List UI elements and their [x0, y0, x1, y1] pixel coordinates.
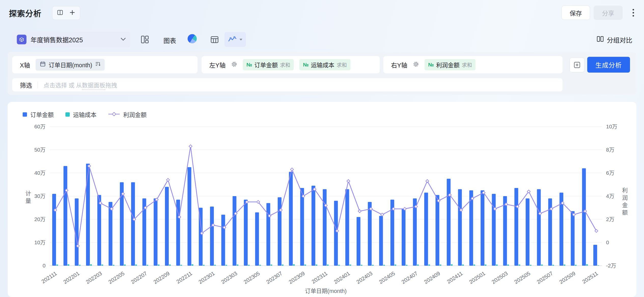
bar-order-amount[interactable]: [368, 202, 372, 266]
bar-shipping-cost[interactable]: [586, 264, 588, 266]
bar-shipping-cost[interactable]: [282, 265, 284, 266]
layout-view-icon[interactable]: [141, 35, 149, 45]
bar-shipping-cost[interactable]: [372, 265, 374, 266]
bar-order-amount[interactable]: [503, 196, 507, 266]
bar-shipping-cost[interactable]: [530, 265, 531, 266]
gear-icon[interactable]: [231, 61, 237, 68]
bar-shipping-cost[interactable]: [440, 265, 441, 266]
filter-row[interactable]: 筛选 点击选择 或 从数据面板拖拽: [12, 78, 563, 91]
bar-order-amount[interactable]: [312, 186, 315, 266]
bar-order-amount[interactable]: [52, 194, 56, 266]
bar-order-amount[interactable]: [278, 197, 282, 266]
profit-marker[interactable]: [189, 145, 192, 148]
bar-order-amount[interactable]: [255, 212, 259, 266]
bar-order-amount[interactable]: [109, 202, 113, 266]
view-tabs[interactable]: [52, 6, 80, 20]
bar-order-amount[interactable]: [447, 179, 451, 266]
smart-chart-icon[interactable]: [188, 34, 197, 43]
bar-order-amount[interactable]: [86, 164, 90, 266]
bar-order-amount[interactable]: [154, 198, 158, 266]
bar-shipping-cost[interactable]: [316, 265, 317, 266]
bar-shipping-cost[interactable]: [395, 265, 396, 266]
bar-shipping-cost[interactable]: [361, 265, 362, 266]
bar-order-amount[interactable]: [492, 194, 496, 266]
bar-order-amount[interactable]: [458, 189, 462, 266]
bar-shipping-cost[interactable]: [349, 265, 351, 266]
bar-shipping-cost[interactable]: [214, 265, 216, 266]
table-view-icon[interactable]: [210, 35, 219, 45]
bar-shipping-cost[interactable]: [101, 265, 103, 266]
profit-marker[interactable]: [595, 230, 598, 233]
bar-order-amount[interactable]: [357, 217, 360, 266]
profit-marker[interactable]: [290, 168, 293, 171]
bar-order-amount[interactable]: [436, 195, 439, 266]
measure-pill-shipping-cost[interactable]: № 运输成本 求和: [299, 59, 350, 70]
bar-order-amount[interactable]: [402, 209, 405, 266]
bar-shipping-cost[interactable]: [417, 265, 419, 266]
bar-order-amount[interactable]: [244, 200, 248, 266]
bar-shipping-cost[interactable]: [428, 265, 430, 266]
bar-order-amount[interactable]: [131, 182, 135, 266]
profit-marker[interactable]: [358, 210, 361, 213]
bar-shipping-cost[interactable]: [327, 265, 329, 266]
measure-pill-order-amount[interactable]: № 订单金额 求和: [243, 59, 294, 70]
bar-shipping-cost[interactable]: [135, 265, 137, 266]
bar-shipping-cost[interactable]: [304, 265, 306, 266]
bar-shipping-cost[interactable]: [158, 265, 160, 266]
bar-order-amount[interactable]: [165, 187, 169, 266]
profit-marker[interactable]: [166, 178, 170, 181]
bar-shipping-cost[interactable]: [451, 264, 453, 266]
save-button[interactable]: 保存: [562, 6, 590, 20]
bar-shipping-cost[interactable]: [575, 265, 577, 266]
bar-order-amount[interactable]: [289, 172, 293, 266]
profit-marker[interactable]: [426, 180, 429, 183]
gear-icon[interactable]: [413, 61, 419, 68]
bar-shipping-cost[interactable]: [225, 265, 227, 266]
bar-order-amount[interactable]: [481, 190, 484, 266]
bar-order-amount[interactable]: [210, 207, 214, 266]
bar-order-amount[interactable]: [63, 166, 67, 266]
bar-order-amount[interactable]: [537, 189, 541, 266]
combo-chart-plot[interactable]: 0-2万10万020万2万30万4万40万6万50万8万60万10万202111…: [11, 117, 633, 295]
sort-icon[interactable]: [95, 61, 101, 68]
bar-order-amount[interactable]: [413, 198, 417, 266]
add-axis-button[interactable]: [570, 58, 584, 72]
pane-icon[interactable]: [57, 9, 63, 17]
bar-shipping-cost[interactable]: [113, 265, 115, 266]
bar-order-amount[interactable]: [334, 201, 338, 266]
bar-order-amount[interactable]: [469, 190, 473, 266]
bar-order-amount[interactable]: [97, 195, 101, 266]
bar-shipping-cost[interactable]: [485, 265, 486, 266]
bar-shipping-cost[interactable]: [67, 264, 69, 266]
bar-order-amount[interactable]: [582, 168, 586, 266]
bar-shipping-cost[interactable]: [406, 265, 408, 266]
bar-order-amount[interactable]: [571, 211, 575, 266]
x-axis-field-pill[interactable]: 订单日期(month): [36, 59, 105, 71]
bar-shipping-cost[interactable]: [552, 265, 554, 266]
measure-pill-profit[interactable]: № 利润金额 求和: [425, 59, 475, 70]
bar-shipping-cost[interactable]: [496, 265, 498, 266]
bar-shipping-cost[interactable]: [203, 265, 205, 266]
bar-order-amount[interactable]: [345, 189, 349, 266]
bar-order-amount[interactable]: [593, 245, 597, 266]
add-tab-icon[interactable]: [69, 9, 75, 17]
bar-shipping-cost[interactable]: [169, 265, 171, 266]
bar-order-amount[interactable]: [300, 188, 304, 266]
bar-shipping-cost[interactable]: [180, 265, 182, 266]
bar-shipping-cost[interactable]: [338, 265, 340, 266]
bar-shipping-cost[interactable]: [473, 265, 475, 266]
bar-shipping-cost[interactable]: [597, 265, 599, 266]
bar-shipping-cost[interactable]: [462, 265, 464, 266]
bar-shipping-cost[interactable]: [146, 265, 148, 266]
bar-shipping-cost[interactable]: [237, 265, 239, 266]
bar-order-amount[interactable]: [526, 198, 529, 266]
bar-order-amount[interactable]: [233, 196, 236, 266]
bar-order-amount[interactable]: [188, 167, 191, 266]
bar-shipping-cost[interactable]: [507, 265, 509, 266]
bar-shipping-cost[interactable]: [56, 265, 58, 266]
bar-shipping-cost[interactable]: [259, 265, 261, 266]
bar-shipping-cost[interactable]: [271, 265, 272, 266]
bar-shipping-cost[interactable]: [248, 265, 250, 266]
bar-shipping-cost[interactable]: [79, 265, 81, 266]
kebab-menu-icon[interactable]: [627, 7, 640, 19]
